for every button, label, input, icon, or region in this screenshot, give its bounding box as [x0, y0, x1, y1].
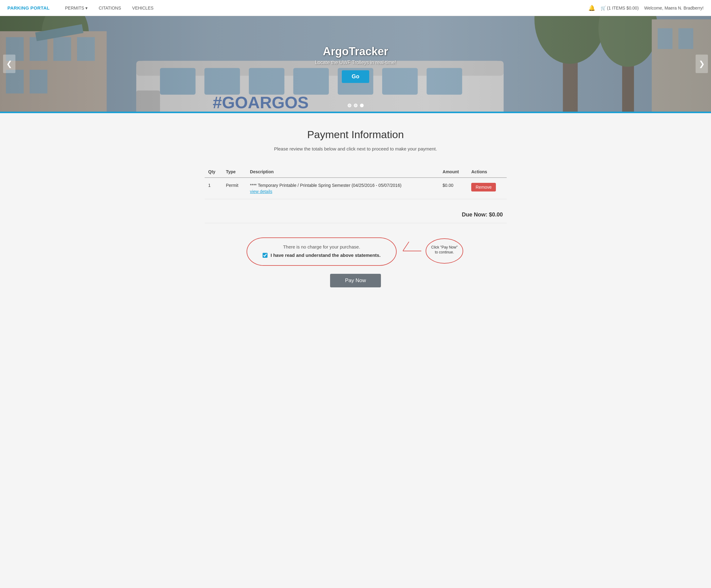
dropdown-arrow-icon: ▾ [85, 5, 88, 10]
page-subtitle: Please review the totals below and click… [204, 146, 507, 151]
nav-brand[interactable]: PARKING PORTAL [7, 5, 50, 10]
nav-citations[interactable]: CITATIONS [93, 0, 127, 16]
nav-permits[interactable]: PERMITS ▾ [60, 0, 93, 16]
svg-rect-17 [249, 68, 284, 94]
due-now-row: Due Now: $0.00 [204, 207, 507, 223]
carousel-dots [348, 104, 364, 107]
svg-rect-34 [678, 28, 693, 49]
table-cell-actions: Remove [468, 177, 507, 199]
payment-table: Qty Type Description Amount Actions 1 Pe… [204, 167, 507, 199]
carousel-content: ArgoTracker Locate the UWF Trolleys in r… [315, 45, 396, 83]
due-now-label: Due Now: $0.00 [462, 211, 503, 218]
pay-now-button[interactable]: Pay Now [330, 274, 381, 287]
svg-rect-16 [204, 68, 240, 94]
col-qty-header: Qty [204, 167, 222, 177]
agree-label: I have read and understand the above sta… [271, 253, 381, 258]
carousel-prev-button[interactable]: ❮ [3, 55, 16, 73]
svg-text:Click "Pay Now": Click "Pay Now" [431, 245, 458, 249]
nav-right: 🔔 🛒 (1 ITEMS $0.00) Welcome, Maera N. Br… [588, 5, 704, 12]
carousel-next-button[interactable]: ❯ [695, 55, 708, 73]
carousel-dot-2[interactable] [354, 104, 358, 107]
page-title: Payment Information [204, 129, 507, 141]
annotation-container: There is no charge for your purchase. I … [204, 226, 507, 287]
svg-rect-11 [29, 70, 47, 93]
carousel-dot-3[interactable] [360, 104, 364, 107]
svg-rect-15 [160, 68, 195, 94]
carousel-title: ArgoTracker [315, 45, 396, 58]
nav-links: PERMITS ▾ CITATIONS VEHICLES [60, 0, 588, 16]
callout-svg: Click "Pay Now" to continue. [403, 235, 465, 267]
carousel-go-button[interactable]: Go [342, 70, 369, 83]
table-cell-type: Permit [222, 177, 246, 199]
table-cell-amount: $0.00 [439, 177, 468, 199]
remove-button[interactable]: Remove [471, 183, 496, 191]
svg-rect-9 [77, 37, 95, 61]
carousel-dot-1[interactable] [348, 104, 351, 107]
table-cell-description: **** Temporary Printable / Printable Spr… [246, 177, 439, 199]
col-amount-header: Amount [439, 167, 468, 177]
agree-row: I have read and understand the above sta… [263, 253, 381, 258]
table-cell-qty: 1 [204, 177, 222, 199]
carousel: #GOARGOS ❮ ArgoTracker Locate the UWF Tr… [0, 16, 711, 112]
main-content: Payment Information Please review the to… [186, 113, 525, 306]
svg-rect-10 [6, 70, 24, 93]
cart-icon-text[interactable]: 🛒 (1 ITEMS $0.00) [601, 5, 639, 10]
svg-rect-27 [136, 91, 160, 112]
svg-text:#GOARGOS: #GOARGOS [213, 93, 308, 112]
table-row: 1 Permit **** Temporary Printable / Prin… [204, 177, 507, 199]
welcome-text: Welcome, Maera N. Bradberry! [644, 5, 704, 10]
table-header-row: Qty Type Description Amount Actions [204, 167, 507, 177]
col-actions-header: Actions [468, 167, 507, 177]
notice-text: There is no charge for your purchase. [283, 244, 360, 249]
svg-rect-8 [53, 37, 71, 61]
carousel-subtitle: Locate the UWF Trolleys in real-time! [315, 60, 396, 65]
svg-text:to continue.: to continue. [435, 250, 454, 254]
svg-rect-33 [658, 28, 672, 49]
col-type-header: Type [222, 167, 246, 177]
notice-oval: There is no charge for your purchase. I … [246, 237, 397, 266]
svg-rect-21 [427, 68, 462, 94]
agree-checkbox[interactable] [263, 253, 267, 258]
svg-line-37 [403, 242, 409, 251]
col-description-header: Description [246, 167, 439, 177]
bell-icon[interactable]: 🔔 [588, 5, 595, 12]
pay-now-section: Pay Now [330, 274, 381, 287]
nav-vehicles[interactable]: VEHICLES [127, 0, 159, 16]
navigation: PARKING PORTAL PERMITS ▾ CITATIONS VEHIC… [0, 0, 711, 16]
view-details-link[interactable]: view details [250, 189, 435, 194]
